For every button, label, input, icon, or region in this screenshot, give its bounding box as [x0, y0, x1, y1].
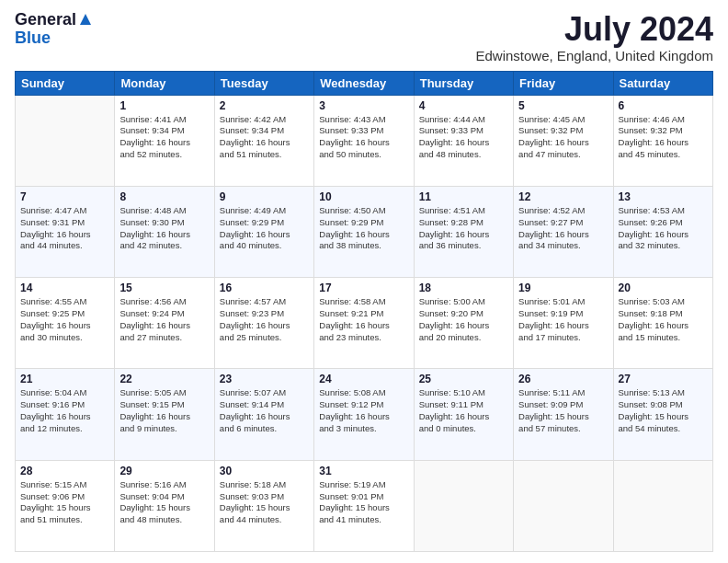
day-info: Sunrise: 5:13 AMSunset: 9:08 PMDaylight:…	[619, 387, 708, 434]
title-block: July 2024 Edwinstowe, England, United Ki…	[476, 11, 714, 63]
calendar-cell: 16Sunrise: 4:57 AMSunset: 9:23 PMDayligh…	[214, 278, 313, 369]
main-title: July 2024	[476, 11, 714, 48]
day-info: Sunrise: 4:44 AMSunset: 9:33 PMDaylight:…	[419, 114, 508, 161]
calendar-cell	[514, 460, 613, 551]
day-number: 24	[319, 373, 408, 385]
day-number: 14	[20, 282, 109, 294]
logo-blue: Blue	[15, 29, 51, 47]
svg-marker-0	[80, 14, 91, 25]
day-info: Sunrise: 4:42 AMSunset: 9:34 PMDaylight:…	[220, 114, 309, 161]
calendar-header-saturday: Saturday	[613, 71, 712, 95]
day-number: 7	[20, 190, 109, 203]
day-number: 10	[319, 190, 408, 203]
calendar-cell: 8Sunrise: 4:48 AMSunset: 9:30 PMDaylight…	[115, 186, 214, 277]
day-number: 11	[419, 190, 508, 203]
day-number: 12	[518, 190, 608, 203]
day-info: Sunrise: 5:05 AMSunset: 9:15 PMDaylight:…	[119, 387, 209, 434]
day-number: 15	[119, 282, 209, 294]
day-number: 22	[119, 373, 209, 385]
calendar-cell	[16, 95, 115, 186]
calendar-cell: 5Sunrise: 4:45 AMSunset: 9:32 PMDaylight…	[514, 95, 613, 186]
day-info: Sunrise: 5:15 AMSunset: 9:06 PMDaylight:…	[20, 479, 109, 526]
logo: General Blue	[15, 11, 92, 48]
calendar-header-monday: Monday	[115, 71, 214, 95]
day-info: Sunrise: 5:18 AMSunset: 9:03 PMDaylight:…	[220, 479, 309, 526]
day-number: 4	[419, 99, 508, 112]
day-number: 31	[319, 465, 408, 477]
day-number: 29	[119, 465, 209, 477]
day-info: Sunrise: 4:56 AMSunset: 9:24 PMDaylight:…	[119, 296, 209, 343]
calendar-cell: 25Sunrise: 5:10 AMSunset: 9:11 PMDayligh…	[414, 369, 513, 460]
calendar-cell: 31Sunrise: 5:19 AMSunset: 9:01 PMDayligh…	[314, 460, 414, 551]
calendar-cell: 1Sunrise: 4:41 AMSunset: 9:34 PMDaylight…	[115, 95, 214, 186]
day-number: 20	[619, 282, 708, 294]
calendar-header-wednesday: Wednesday	[314, 71, 414, 95]
calendar-cell: 21Sunrise: 5:04 AMSunset: 9:16 PMDayligh…	[16, 369, 115, 460]
calendar-cell: 14Sunrise: 4:55 AMSunset: 9:25 PMDayligh…	[16, 278, 115, 369]
calendar-cell: 22Sunrise: 5:05 AMSunset: 9:15 PMDayligh…	[115, 369, 214, 460]
day-info: Sunrise: 5:07 AMSunset: 9:14 PMDaylight:…	[220, 387, 309, 434]
day-number: 28	[20, 465, 109, 477]
calendar-cell: 3Sunrise: 4:43 AMSunset: 9:33 PMDaylight…	[314, 95, 414, 186]
calendar-cell: 23Sunrise: 5:07 AMSunset: 9:14 PMDayligh…	[214, 369, 313, 460]
day-number: 21	[20, 373, 109, 385]
calendar-cell: 30Sunrise: 5:18 AMSunset: 9:03 PMDayligh…	[214, 460, 313, 551]
day-number: 16	[220, 282, 309, 294]
logo-triangle-icon	[79, 13, 92, 29]
day-info: Sunrise: 4:51 AMSunset: 9:28 PMDaylight:…	[419, 205, 508, 252]
day-info: Sunrise: 5:08 AMSunset: 9:12 PMDaylight:…	[319, 387, 408, 434]
day-info: Sunrise: 5:03 AMSunset: 9:18 PMDaylight:…	[619, 296, 708, 343]
day-number: 18	[419, 282, 508, 294]
calendar-header-tuesday: Tuesday	[214, 71, 313, 95]
day-info: Sunrise: 5:01 AMSunset: 9:19 PMDaylight:…	[518, 296, 608, 343]
day-info: Sunrise: 5:00 AMSunset: 9:20 PMDaylight:…	[419, 296, 508, 343]
day-info: Sunrise: 4:48 AMSunset: 9:30 PMDaylight:…	[119, 205, 209, 252]
calendar-week-row: 21Sunrise: 5:04 AMSunset: 9:16 PMDayligh…	[16, 369, 713, 460]
day-number: 25	[419, 373, 508, 385]
day-number: 3	[319, 99, 408, 112]
day-info: Sunrise: 4:50 AMSunset: 9:29 PMDaylight:…	[319, 205, 408, 252]
calendar-week-row: 1Sunrise: 4:41 AMSunset: 9:34 PMDaylight…	[16, 95, 713, 186]
subtitle: Edwinstowe, England, United Kingdom	[476, 48, 714, 63]
calendar-cell: 19Sunrise: 5:01 AMSunset: 9:19 PMDayligh…	[514, 278, 613, 369]
calendar-cell: 29Sunrise: 5:16 AMSunset: 9:04 PMDayligh…	[115, 460, 214, 551]
calendar-cell: 17Sunrise: 4:58 AMSunset: 9:21 PMDayligh…	[314, 278, 414, 369]
day-info: Sunrise: 4:53 AMSunset: 9:26 PMDaylight:…	[619, 205, 708, 252]
day-number: 9	[220, 190, 309, 203]
calendar-cell: 24Sunrise: 5:08 AMSunset: 9:12 PMDayligh…	[314, 369, 414, 460]
calendar-cell	[613, 460, 712, 551]
day-number: 8	[119, 190, 209, 203]
calendar-week-row: 14Sunrise: 4:55 AMSunset: 9:25 PMDayligh…	[16, 278, 713, 369]
calendar-cell: 2Sunrise: 4:42 AMSunset: 9:34 PMDaylight…	[214, 95, 313, 186]
day-info: Sunrise: 4:43 AMSunset: 9:33 PMDaylight:…	[319, 114, 408, 161]
header: General Blue July 2024 Edwinstowe, Engla…	[15, 11, 713, 63]
day-info: Sunrise: 4:41 AMSunset: 9:34 PMDaylight:…	[119, 114, 209, 161]
day-number: 6	[619, 99, 708, 112]
day-info: Sunrise: 5:11 AMSunset: 9:09 PMDaylight:…	[518, 387, 608, 434]
calendar-cell: 27Sunrise: 5:13 AMSunset: 9:08 PMDayligh…	[613, 369, 712, 460]
day-info: Sunrise: 4:46 AMSunset: 9:32 PMDaylight:…	[619, 114, 708, 161]
calendar-cell: 6Sunrise: 4:46 AMSunset: 9:32 PMDaylight…	[613, 95, 712, 186]
day-number: 5	[518, 99, 608, 112]
calendar-cell: 7Sunrise: 4:47 AMSunset: 9:31 PMDaylight…	[16, 186, 115, 277]
day-number: 26	[518, 373, 608, 385]
day-info: Sunrise: 4:45 AMSunset: 9:32 PMDaylight:…	[518, 114, 608, 161]
calendar-cell: 10Sunrise: 4:50 AMSunset: 9:29 PMDayligh…	[314, 186, 414, 277]
calendar-week-row: 7Sunrise: 4:47 AMSunset: 9:31 PMDaylight…	[16, 186, 713, 277]
day-info: Sunrise: 5:10 AMSunset: 9:11 PMDaylight:…	[419, 387, 508, 434]
day-number: 27	[619, 373, 708, 385]
calendar-cell: 11Sunrise: 4:51 AMSunset: 9:28 PMDayligh…	[414, 186, 513, 277]
calendar-cell: 12Sunrise: 4:52 AMSunset: 9:27 PMDayligh…	[514, 186, 613, 277]
day-info: Sunrise: 4:49 AMSunset: 9:29 PMDaylight:…	[220, 205, 309, 252]
day-info: Sunrise: 5:16 AMSunset: 9:04 PMDaylight:…	[119, 479, 209, 526]
day-number: 23	[220, 373, 309, 385]
calendar-cell: 15Sunrise: 4:56 AMSunset: 9:24 PMDayligh…	[115, 278, 214, 369]
calendar-header-row: SundayMondayTuesdayWednesdayThursdayFrid…	[16, 71, 713, 95]
calendar-cell: 18Sunrise: 5:00 AMSunset: 9:20 PMDayligh…	[414, 278, 513, 369]
day-info: Sunrise: 5:04 AMSunset: 9:16 PMDaylight:…	[20, 387, 109, 434]
calendar-cell: 20Sunrise: 5:03 AMSunset: 9:18 PMDayligh…	[613, 278, 712, 369]
calendar-header-sunday: Sunday	[16, 71, 115, 95]
day-info: Sunrise: 4:57 AMSunset: 9:23 PMDaylight:…	[220, 296, 309, 343]
calendar-header-thursday: Thursday	[414, 71, 513, 95]
day-number: 30	[220, 465, 309, 477]
